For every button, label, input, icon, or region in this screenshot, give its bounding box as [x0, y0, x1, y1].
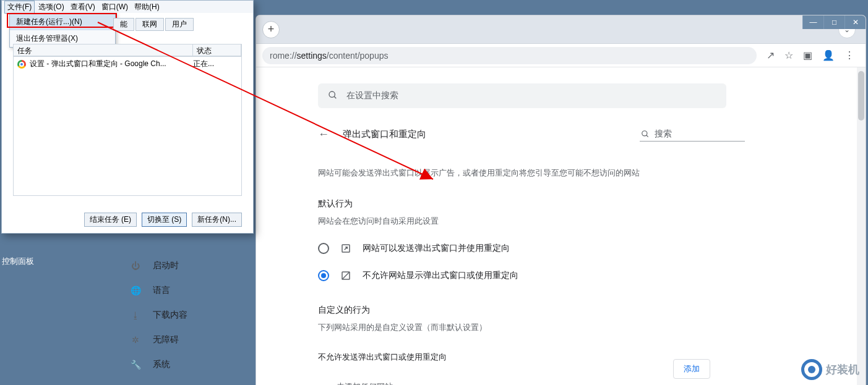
menu-help[interactable]: 帮助(H) — [132, 1, 162, 13]
sidebar-label: 系统 — [153, 359, 170, 370]
col-task[interactable]: 任务 — [14, 44, 193, 56]
chrome-toolbar: rome://settings/content/popups ↗ ☆ ▣ 👤 ⋮ — [256, 44, 866, 67]
task-status: 正在... — [193, 59, 238, 69]
custom-sub: 下列网站采用的是自定义设置（而非默认设置） — [318, 322, 745, 333]
address-bar[interactable]: rome://settings/content/popups — [262, 47, 757, 64]
settings-content: 在设置中搜索 ← 弹出式窗口和重定向 搜索 网站可能会发送弹出式窗口以展示广告，… — [318, 67, 745, 385]
maximize-button[interactable]: □ — [823, 15, 844, 29]
power-icon: ⏻ — [129, 261, 142, 271]
wrench-icon: 🔧 — [129, 360, 142, 370]
sidebar-item-downloads[interactable]: ⭳ 下载内容 — [121, 303, 257, 328]
share-icon[interactable]: ↗ — [767, 49, 775, 61]
option-block-row[interactable]: 不允许网站显示弹出式窗口或使用重定向 — [318, 270, 745, 281]
chrome-icon — [17, 60, 26, 69]
watermark-text: 好装机 — [826, 362, 859, 377]
tab-performance[interactable]: 能 — [113, 18, 134, 31]
file-menu-dropdown: 新建任务(运行...)(N) 退出任务管理器(X) — [9, 13, 116, 48]
scrollbar[interactable] — [857, 67, 866, 385]
default-behavior-title: 默认行为 — [318, 198, 745, 209]
radio-allow[interactable] — [318, 243, 329, 254]
page-title: 弹出式窗口和重定向 — [343, 129, 426, 140]
svg-line-1 — [334, 96, 336, 98]
tab-network[interactable]: 联网 — [135, 18, 164, 31]
page-header: ← 弹出式窗口和重定向 搜索 — [318, 123, 745, 145]
switch-to-button[interactable]: 切换至 (S) — [142, 213, 187, 227]
control-panel-label[interactable]: 控制面板 — [2, 256, 34, 267]
menu-options[interactable]: 选项(O) — [36, 1, 66, 13]
bookmark-star-icon[interactable]: ☆ — [784, 49, 793, 61]
close-button[interactable]: ✕ — [844, 15, 866, 29]
url-prefix: rome:// — [270, 51, 297, 61]
custom-title: 自定义的行为 — [318, 305, 745, 316]
eye-icon — [801, 359, 822, 380]
col-status[interactable]: 状态 — [193, 44, 241, 56]
sidebar-item-accessibility[interactable]: ✲ 无障碍 — [121, 328, 257, 352]
settings-search[interactable]: 在设置中搜索 — [318, 83, 726, 108]
minimize-button[interactable]: — — [802, 15, 823, 29]
task-list-header: 任务 状态 — [13, 44, 242, 56]
menu-view[interactable]: 查看(V) — [68, 1, 98, 13]
task-manager-menubar: 文件(F) 选项(O) 查看(V) 窗口(W) 帮助(H) — [2, 1, 253, 13]
search-icon — [328, 90, 338, 102]
back-arrow-icon[interactable]: ← — [318, 128, 329, 141]
page-description: 网站可能会发送弹出式窗口以展示广告，或者使用重定向将您引导至您可能不想访问的网站 — [318, 167, 745, 179]
default-behavior-sub: 网站会在您访问时自动采用此设置 — [318, 216, 745, 227]
chrome-menu-icon[interactable]: ⋮ — [844, 49, 854, 61]
page-search-label: 搜索 — [655, 129, 672, 140]
download-icon: ⭳ — [129, 310, 142, 320]
task-manager-tabs: 能 联网 用户 — [113, 18, 194, 31]
svg-point-2 — [642, 130, 647, 135]
task-list[interactable]: 设置 - 弹出式窗口和重定向 - Google Ch... 正在... — [13, 56, 242, 196]
task-row[interactable]: 设置 - 弹出式窗口和重定向 - Google Ch... 正在... — [14, 57, 241, 71]
url-suffix: /content/popups — [327, 51, 389, 61]
task-manager-buttons: 结束任务 (E) 切换至 (S) 新任务(N)... — [2, 213, 253, 227]
add-button[interactable]: 添加 — [673, 359, 710, 379]
custom-behavior-block: 自定义的行为 下列网站采用的是自定义设置（而非默认设置） 不允许发送弹出式窗口或… — [318, 305, 745, 385]
sidebar-label: 无障碍 — [153, 334, 179, 345]
svg-line-3 — [647, 135, 648, 137]
tab-users[interactable]: 用户 — [165, 18, 194, 31]
sidebar-item-system[interactable]: 🔧 系统 — [121, 352, 257, 377]
option-allow-label: 网站可以发送弹出式窗口并使用重定向 — [363, 243, 510, 254]
sidebar-item-startup[interactable]: ⏻ 启动时 — [121, 253, 257, 278]
menu-item-new-task[interactable]: 新建任务(运行...)(N) — [10, 14, 115, 30]
radio-block[interactable] — [318, 270, 329, 281]
chrome-window: + ⌄ — □ ✕ rome://settings/content/popups… — [256, 15, 866, 385]
empty-list-note: 未添加任何网站 — [337, 381, 745, 385]
blocked-popup-icon — [340, 270, 351, 281]
settings-sidebar: ⏻ 启动时 🌐 语言 ⭳ 下载内容 ✲ 无障碍 🔧 系统 — [121, 253, 257, 377]
open-in-new-icon — [340, 243, 351, 254]
svg-point-0 — [329, 91, 335, 97]
menu-window[interactable]: 窗口(W) — [99, 1, 131, 13]
url-host: settings — [297, 51, 327, 61]
sidebar-label: 启动时 — [153, 260, 179, 271]
svg-line-6 — [342, 272, 350, 279]
side-panel-icon[interactable]: ▣ — [803, 49, 812, 61]
menu-file[interactable]: 文件(F) — [4, 1, 35, 14]
end-task-button[interactable]: 结束任务 (E) — [84, 213, 137, 227]
page-search[interactable]: 搜索 — [640, 127, 745, 142]
settings-search-placeholder: 在设置中搜索 — [346, 90, 398, 101]
sidebar-label: 语言 — [153, 285, 170, 296]
watermark-logo: 好装机 — [801, 359, 859, 380]
task-manager-window: 文件(F) 选项(O) 查看(V) 窗口(W) 帮助(H) 新建任务(运行...… — [1, 0, 254, 234]
option-allow-row[interactable]: 网站可以发送弹出式窗口并使用重定向 — [318, 243, 745, 254]
scroll-thumb[interactable] — [858, 71, 864, 121]
option-block-label: 不允许网站显示弹出式窗口或使用重定向 — [363, 270, 518, 281]
new-task-button[interactable]: 新任务(N)... — [192, 213, 242, 227]
settings-page: 在设置中搜索 ← 弹出式窗口和重定向 搜索 网站可能会发送弹出式窗口以展示广告，… — [256, 67, 866, 385]
accessibility-icon: ✲ — [129, 335, 142, 345]
sidebar-item-language[interactable]: 🌐 语言 — [121, 278, 257, 303]
profile-icon[interactable]: 👤 — [822, 49, 835, 61]
globe-icon: 🌐 — [129, 286, 142, 295]
chrome-titlebar: + ⌄ — □ ✕ — [256, 15, 866, 44]
sidebar-label: 下载内容 — [153, 310, 187, 321]
window-controls: — □ ✕ — [802, 15, 866, 29]
new-tab-button[interactable]: + — [262, 21, 280, 38]
toolbar-actions: ↗ ☆ ▣ 👤 ⋮ — [767, 49, 854, 61]
task-name: 设置 - 弹出式窗口和重定向 - Google Ch... — [30, 59, 189, 69]
